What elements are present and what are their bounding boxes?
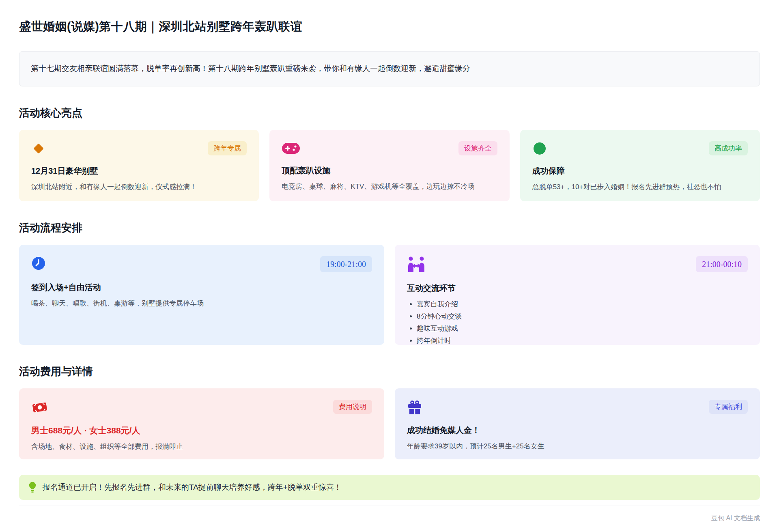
section-heading-highlights: 活动核心亮点 (19, 106, 760, 120)
time-badge: 19:00-21:00 (320, 256, 372, 272)
intro-box: 第十七期交友相亲联谊圆满落幕，脱单率再创新高！第十八期跨年别墅轰趴重磅来袭，带你… (19, 51, 760, 86)
interaction-steps-list: 嘉宾自我介绍 8分钟心动交谈 趣味互动游戏 跨年倒计时 (407, 299, 748, 345)
price-title: 男士688元/人 · 女士388元/人 (31, 425, 372, 436)
highlight-card-venue: 跨年专属 12月31日豪华别墅 深圳北站附近，和有缘人一起倒数迎新，仪式感拉满！ (19, 130, 259, 201)
gift-icon (407, 400, 422, 415)
footer-credit: 豆包 AI 文档生成 (711, 515, 760, 521)
pricing-card-fees: 费用说明 男士688元/人 · 女士388元/人 含场地、食材、设施、组织等全部… (19, 388, 384, 459)
highlight-badge: 高成功率 (709, 141, 748, 155)
time-badge: 21:00-00:10 (696, 256, 748, 272)
pricing-row: 费用说明 男士688元/人 · 女士388元/人 含场地、食材、设施、组织等全部… (19, 388, 760, 459)
document-page: 盛世婚姻(说媒)第十八期｜深圳北站别墅跨年轰趴联谊 第十七期交友相亲联谊圆满落幕… (0, 0, 779, 532)
card-desc: 喝茶、聊天、唱歌、街机、桌游等，别墅提供专属停车场 (31, 299, 372, 308)
card-title: 成功保障 (532, 166, 748, 177)
list-item: 跨年倒计时 (417, 336, 748, 345)
section-heading-schedule: 活动流程安排 (19, 221, 760, 235)
lightbulb-icon (28, 481, 37, 493)
page-title: 盛世婚姻(说媒)第十八期｜深圳北站别墅跨年轰趴联谊 (19, 19, 760, 35)
card-desc: 深圳北站附近，和有缘人一起倒数迎新，仪式感拉满！ (31, 182, 247, 192)
schedule-card-checkin: 19:00-21:00 签到入场+自由活动 喝茶、聊天、唱歌、街机、桌游等，别墅… (19, 245, 384, 345)
card-head: 高成功率 (532, 141, 748, 156)
card-head: 21:00-00:10 (407, 256, 748, 273)
banner-text: 报名通道已开启！先报名先进群，和未来的TA提前聊天培养好感，跨年+脱单双重惊喜！ (43, 482, 342, 493)
list-item: 嘉宾自我介绍 (417, 299, 748, 309)
card-title: 互动交流环节 (407, 283, 748, 294)
circle-icon (532, 141, 547, 156)
people-arrows-icon (407, 256, 426, 273)
card-title: 签到入场+自由活动 (31, 282, 372, 293)
card-desc: 电竞房、桌球、麻将、KTV、游戏机等全覆盖，边玩边撩不冷场 (282, 182, 497, 191)
pricing-card-benefit: 专属福利 成功结婚免媒人金！ 年龄要求39岁以内，预计25名男生+25名女生 (395, 388, 760, 459)
card-title: 顶配轰趴设施 (282, 165, 497, 176)
card-desc: 总脱单53+，10+对已步入婚姻！报名先进群预热，社恐也不怕 (532, 182, 748, 192)
card-head: 跨年专属 (31, 141, 247, 156)
highlight-card-facilities: 设施齐全 顶配轰趴设施 电竞房、桌球、麻将、KTV、游戏机等全覆盖，边玩边撩不冷… (269, 130, 509, 201)
list-item: 趣味互动游戏 (417, 324, 748, 333)
signup-banner: 报名通道已开启！先报名先进群，和未来的TA提前聊天培养好感，跨年+脱单双重惊喜！ (19, 475, 760, 500)
highlight-badge: 跨年专属 (208, 141, 247, 155)
card-head: 费用说明 (31, 400, 372, 415)
highlight-card-success: 高成功率 成功保障 总脱单53+，10+对已步入婚姻！报名先进群预热，社恐也不怕 (520, 130, 760, 201)
clock-icon (31, 256, 46, 271)
section-heading-pricing: 活动费用与详情 (19, 364, 760, 379)
intro-text: 第十七期交友相亲联谊圆满落幕，脱单率再创新高！第十八期跨年别墅轰趴重磅来袭，带你… (31, 64, 470, 73)
footer: 豆包 AI 文档生成 (19, 506, 760, 532)
card-title: 12月31日豪华别墅 (31, 166, 247, 177)
card-title: 成功结婚免媒人金！ (407, 425, 748, 436)
card-head: 专属福利 (407, 400, 748, 415)
gamepad-icon (282, 141, 300, 155)
schedule-row: 19:00-21:00 签到入场+自由活动 喝茶、聊天、唱歌、街机、桌游等，别墅… (19, 245, 760, 345)
banknote-icon (31, 400, 48, 415)
card-head: 19:00-21:00 (31, 256, 372, 272)
card-head: 设施齐全 (282, 141, 497, 155)
pricing-badge: 费用说明 (333, 400, 372, 414)
card-desc: 含场地、食材、设施、组织等全部费用，报满即止 (31, 442, 372, 451)
card-desc: 年龄要求39岁以内，预计25名男生+25名女生 (407, 442, 748, 451)
highlight-badge: 设施齐全 (458, 141, 497, 155)
schedule-card-interaction: 21:00-00:10 互动交流环节 嘉宾自我介绍 8分钟心动交谈 趣味互动游戏… (395, 245, 760, 345)
highlights-row: 跨年专属 12月31日豪华别墅 深圳北站附近，和有缘人一起倒数迎新，仪式感拉满！… (19, 130, 760, 201)
pricing-badge: 专属福利 (709, 400, 748, 414)
list-item: 8分钟心动交谈 (417, 312, 748, 321)
diamond-icon (31, 141, 46, 156)
